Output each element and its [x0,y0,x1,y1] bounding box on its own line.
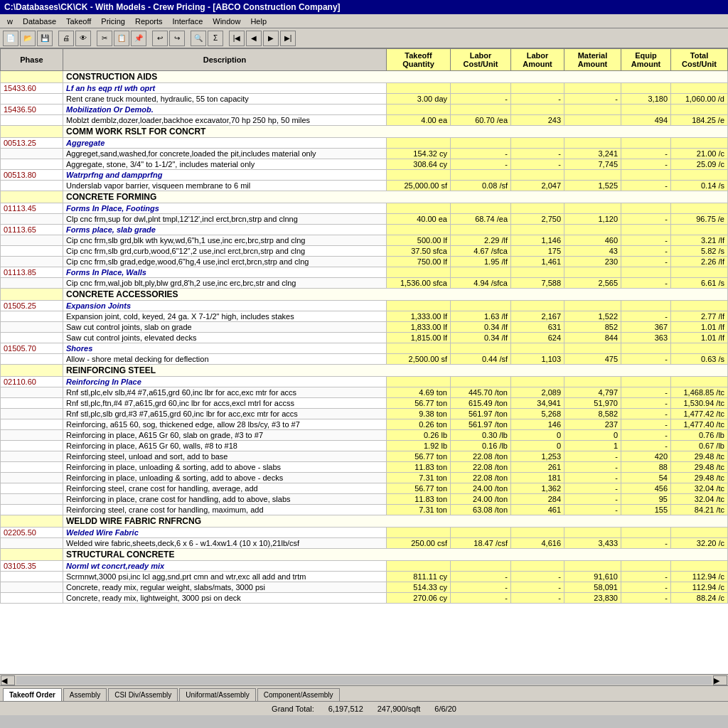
data-labor-unit: 445.70 /ton [451,387,511,398]
data-phase [1,409,63,419]
table-row[interactable]: COMM WORK RSLT FOR CONCRT [1,126,728,138]
table-row[interactable]: Saw cut control joints, elevated decks 1… [1,333,728,343]
table-row[interactable]: Saw cut control joints, slab on grade 1,… [1,322,728,333]
table-row[interactable]: CONSTRUCTION AIDS [1,71,728,83]
toolbar-btn-search[interactable]: 🔍 [191,31,206,46]
table-row[interactable]: Reinforcing in place, crane cost for han… [1,494,728,505]
scroll-track[interactable] [16,676,712,685]
table-row[interactable]: REINFORCING STEEL [1,365,728,377]
table-row[interactable]: 01505.25 Expansion Joints [1,301,728,311]
table-row[interactable]: Cip cnc frm,slb grad,edge,wood,6"hg,4 us… [1,257,728,267]
data-labor-amt: 1,103 [511,354,564,365]
data-qty: 56.77 ton [387,483,451,494]
tab-assembly[interactable]: Assembly [63,688,107,701]
phase-qty [387,105,451,115]
table-row[interactable]: 01505.70 Shores [1,343,728,354]
phase-qty [387,138,451,149]
table-row[interactable]: Reinforcing, a615 60, sog, thickened edg… [1,419,728,430]
phase-equip [621,267,671,278]
table-row[interactable]: CONCRETE ACCESSORIES [1,289,728,301]
table-row[interactable]: Reinforcing steel, unload and sort, add … [1,451,728,462]
menu-item-w[interactable]: w [3,16,17,26]
table-row[interactable]: Rnf stl,plc,elv slb,#4 #7,a615,grd 60,in… [1,387,728,398]
table-row[interactable]: 02205.50 Welded Wire Fabric [1,528,728,538]
toolbar-btn-save[interactable]: 💾 [37,31,53,46]
table-row[interactable]: 01113.65 Forms place, slab grade [1,225,728,235]
table-row[interactable]: CONCRETE FORMING [1,191,728,203]
tab-component-assembly[interactable]: Component/Assembly [257,688,340,701]
table-row[interactable]: 15436.50 Mobilization Or Demob. [1,105,728,115]
table-row[interactable]: Reinforcing in place, A615 Gr 60, slab o… [1,430,728,441]
toolbar-btn-copy[interactable]: 📋 [114,31,129,46]
data-labor-unit: 2.29 /lf [451,235,511,246]
horizontal-scrollbar[interactable]: ◀ ▶ [0,674,728,685]
table-row[interactable]: 15433.60 Lf an hs eqp rtl wth oprt [1,83,728,94]
table-row[interactable]: Rnf stl,plc,ftn,#4 #7,a615,grd 60,inc lb… [1,398,728,409]
tab-csi-div-assembly[interactable]: CSI Div/Assembly [108,688,178,701]
table-row[interactable]: Rent crane truck mounted, hydraulic, 55 … [1,94,728,105]
toolbar-btn-undo[interactable]: ↩ [152,31,168,46]
toolbar-btn-preview[interactable]: 👁 [75,31,91,46]
table-row[interactable]: Moblzt demblz,dozer,loader,backhoe excav… [1,115,728,126]
data-desc: Rent crane truck mounted, hydraulic, 55 … [63,94,387,105]
table-row[interactable]: Reinforcing in place, unloading & sortin… [1,462,728,473]
menu-item-interface[interactable]: Interface [168,16,207,26]
table-row[interactable]: STRUCTURAL CONCRETE [1,549,728,561]
toolbar-btn-redo[interactable]: ↪ [169,31,185,46]
toolbar-btn-next[interactable]: ▶ [263,31,279,46]
data-equip: 3,180 [621,94,671,105]
table-row[interactable]: Reinforcing steel, crane cost for handli… [1,483,728,494]
table-row[interactable]: Clp cnc frm,sup for dwl,plnt tmpl,12'12'… [1,214,728,225]
menu-item-pricing[interactable]: Pricing [97,16,129,26]
menu-item-window[interactable]: Window [208,16,245,26]
toolbar-btn-first[interactable]: |◀ [229,31,245,46]
table-row[interactable]: Underslab vapor barrier, visqueen membra… [1,181,728,191]
menu-item-help[interactable]: Help [246,16,271,26]
table-row[interactable]: 01113.85 Forms In Place, Walls [1,267,728,278]
table-row[interactable]: 01113.45 Forms In Place, Footings [1,203,728,214]
menu-item-reports[interactable]: Reports [131,16,167,26]
table-row[interactable]: Scrmnwt,3000 psi,inc lcl agg,snd,prt cmn… [1,572,728,582]
scroll-right-btn[interactable]: ▶ [713,675,727,685]
toolbar-btn-cut[interactable]: ✂ [97,31,112,46]
table-row[interactable]: Allow - shore metal decking for deflecti… [1,354,728,365]
table-row[interactable]: Welded wire fabric,sheets,deck,6 x 6 - w… [1,538,728,549]
table-row[interactable]: Reinforcing in place, unloading & sortin… [1,473,728,483]
data-equip: - [621,582,671,593]
table-row[interactable]: Reinforcing in place, A615 Gr 60, walls,… [1,441,728,451]
table-row[interactable]: 03105.35 Norml wt concrt,ready mix [1,561,728,572]
table-row[interactable]: Cip cnc frm,slb grd,blk wth kyw,wd,6"h,1… [1,235,728,246]
tab-takeoff-order[interactable]: Takeoff Order [3,688,62,701]
table-row[interactable]: 00513.25 Aggregate [1,138,728,149]
table-row[interactable]: Reinforcing steel, crane cost for handli… [1,505,728,515]
title-text: C:\Databases\CK\CK - With Models - Crew … [4,2,341,12]
data-phase [1,483,63,494]
status-date: 6/6/20 [434,705,456,713]
table-row[interactable]: Cip cnc frm,slb grd,curb,wood,6"12",2 us… [1,246,728,257]
table-row[interactable]: Concrete, ready mix, lightweight, 3000 p… [1,593,728,604]
table-row[interactable]: 00513.80 Watrprfng and dampprfng [1,170,728,181]
toolbar-btn-new[interactable]: 📄 [3,31,18,46]
toolbar-btn-sum[interactable]: Σ [208,31,223,46]
tab-uniformat-assembly[interactable]: Uniformat/Assembly [179,688,255,701]
table-row[interactable]: Aggreget,sand,washed,for concrete,loaded… [1,149,728,159]
phase-mat [564,301,621,311]
toolbar-btn-print[interactable]: 🖨 [58,31,74,46]
phase-desc: Watrprfng and dampprfng [63,170,387,181]
toolbar-btn-prev[interactable]: ◀ [246,31,262,46]
table-row[interactable]: Aggregate, stone, 3/4" to 1-1/2", includ… [1,159,728,170]
table-container[interactable]: Phase Description TakeoffQuantity LaborC… [0,48,728,674]
menu-item-database[interactable]: Database [18,16,60,26]
menu-item-takeoff[interactable]: Takeoff [62,16,95,26]
table-row[interactable]: Rnf stl,plc,slb grd,#3 #7,a615,grd 60,in… [1,409,728,419]
toolbar-btn-paste[interactable]: 📌 [131,31,146,46]
table-row[interactable]: Cip cnc frm,wal,job blt,ply,blw grd,8'h,… [1,278,728,289]
scroll-left-btn[interactable]: ◀ [1,675,15,685]
table-row[interactable]: WELDD WIRE FABRIC RNFRCNG [1,515,728,528]
table-row[interactable]: Expansion joint, cold, keyed, 24 ga. X 7… [1,311,728,322]
table-row[interactable]: Concrete, ready mix, regular weight, sla… [1,582,728,593]
toolbar-btn-last[interactable]: ▶| [280,31,296,46]
data-phase [1,538,63,549]
toolbar-btn-open[interactable]: 📂 [20,31,36,46]
table-row[interactable]: 02110.60 Reinforcing In Place [1,377,728,387]
